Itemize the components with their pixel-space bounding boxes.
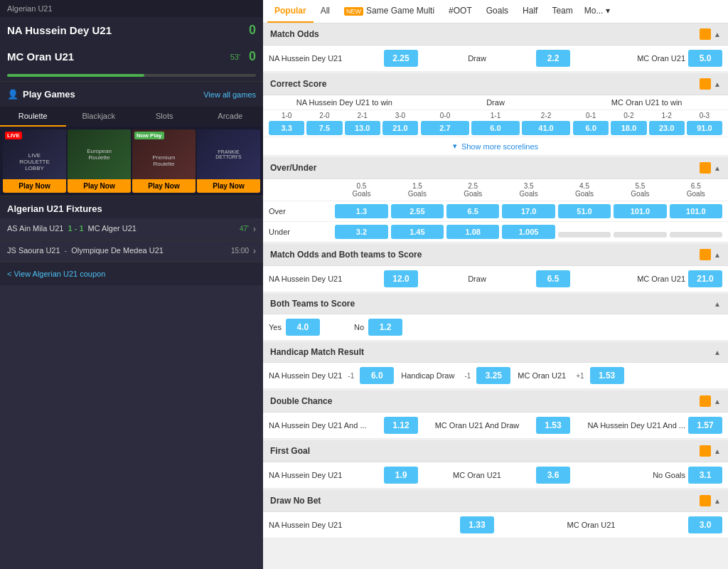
- ou-over-35-btn[interactable]: 17.0: [502, 204, 555, 218]
- premium-roulette-play-btn[interactable]: Play Now: [132, 179, 196, 193]
- tab-same-game-multi[interactable]: NEWSame Game Multi: [337, 0, 441, 23]
- cs-odds-2-1[interactable]: 13.0: [345, 121, 380, 135]
- handicap-team1: NA Hussein Dey U21: [269, 371, 342, 380]
- gold-icon-dnb: [700, 495, 711, 506]
- tab-more[interactable]: Mo... ▾: [580, 0, 614, 23]
- dnb-odds2-btn[interactable]: 3.0: [688, 516, 722, 533]
- dc-odds3-btn[interactable]: 1.57: [688, 417, 722, 434]
- first-goal-section: First Goal ▲ NA Hussein Dey U21 1.9 MC O…: [263, 440, 728, 489]
- dnb-odds1-btn[interactable]: 1.33: [460, 516, 494, 533]
- tab-arcade[interactable]: Arcade: [198, 107, 264, 127]
- collapse-over-under[interactable]: ▲: [714, 164, 721, 172]
- dc-opt2: MC Oran U21 And Draw: [421, 421, 533, 430]
- view-all-games-link[interactable]: View all games: [203, 90, 256, 99]
- game-card-premium-roulette[interactable]: Now Play PremiumRoulette Play Now: [132, 129, 196, 193]
- match-odds-draw-btn[interactable]: 2.2: [536, 50, 570, 67]
- gold-icon-over-under: [700, 162, 711, 174]
- fg-no-goals-btn[interactable]: 3.1: [688, 467, 722, 484]
- tab-team[interactable]: Team: [545, 0, 579, 23]
- frankie-play-btn[interactable]: Play Now: [197, 179, 260, 193]
- fixture-teams-1: AS Ain Mila U21 1 - 1 MC Alger U21 47': [7, 224, 249, 234]
- cs-odds-0-3[interactable]: 91.0: [687, 121, 722, 135]
- ou-header-blank: [269, 182, 332, 198]
- live-roulette-play-btn[interactable]: Play Now: [3, 179, 66, 193]
- collapse-mob[interactable]: ▲: [714, 251, 721, 259]
- cs-col1-label: NA Hussein Dey U21 to win: [269, 98, 420, 107]
- tab-goals[interactable]: Goals: [479, 0, 515, 23]
- handicap-title: Handicap Match Result: [270, 347, 364, 357]
- collapse-match-odds[interactable]: ▲: [714, 31, 721, 38]
- collapse-dc[interactable]: ▲: [714, 398, 721, 405]
- ou-over-65-btn[interactable]: 101.0: [670, 204, 722, 218]
- over-under-title: Over/Under: [270, 163, 316, 173]
- tab-roulette[interactable]: Roulette: [0, 107, 66, 127]
- dc-odds1-btn[interactable]: 1.12: [384, 417, 418, 434]
- ou-under-15-btn[interactable]: 1.45: [391, 225, 444, 239]
- cs-odds-0-1[interactable]: 6.0: [573, 121, 609, 135]
- ou-over-45-btn[interactable]: 51.0: [558, 204, 611, 218]
- collapse-fg[interactable]: ▲: [714, 447, 721, 455]
- correct-score-title: Correct Score: [270, 79, 326, 89]
- mob-odds1-btn[interactable]: 12.0: [384, 270, 418, 287]
- cs-item-3-0: 3-0 21.0: [382, 112, 418, 135]
- cs-odds-2-2[interactable]: 41.0: [522, 121, 570, 135]
- dc-odds2-btn[interactable]: 1.53: [536, 417, 570, 434]
- ou-header-45: 4.5Goals: [558, 182, 611, 198]
- ou-under-25-btn[interactable]: 1.08: [446, 225, 499, 239]
- show-more-scorelines[interactable]: ▾ Show more scorelines: [263, 137, 728, 156]
- game-card-eu-roulette[interactable]: EuropeanRoulette Play Now: [68, 129, 131, 193]
- cs-odds-1-0[interactable]: 3.3: [269, 121, 304, 135]
- cs-item-0-3: 0-3 91.0: [687, 112, 722, 135]
- ou-over-label: Over: [269, 207, 332, 216]
- game-card-live-roulette[interactable]: LIVE LIVEROULETTELOBBY Play Now: [3, 129, 66, 193]
- tab-slots[interactable]: Slots: [132, 107, 198, 127]
- match-odds-btn1[interactable]: 2.25: [384, 50, 418, 67]
- cs-odds-2-0[interactable]: 7.5: [306, 121, 342, 135]
- cs-score-0-0: 0-0: [421, 112, 469, 119]
- fixture-row-1[interactable]: AS Ain Mila U21 1 - 1 MC Alger U21 47' ›: [0, 218, 263, 240]
- cs-odds-0-2[interactable]: 18.0: [611, 121, 646, 135]
- bts-yes-btn[interactable]: 4.0: [286, 319, 320, 336]
- chevron-down-icon: ▾: [453, 142, 457, 151]
- collapse-correct-score[interactable]: ▲: [714, 80, 721, 88]
- mob-draw-btn[interactable]: 6.5: [536, 270, 570, 287]
- ou-over-55-btn[interactable]: 101.0: [614, 204, 666, 218]
- cs-odds-3-0[interactable]: 21.0: [382, 121, 418, 135]
- tab-all[interactable]: All: [314, 0, 337, 23]
- play-games-header: 👤 Play Games View all games: [0, 81, 263, 107]
- both-teams-header: Both Teams to Score ▲: [263, 294, 728, 314]
- ou-over-25-btn[interactable]: 6.5: [446, 204, 499, 218]
- match-odds-btn2[interactable]: 5.0: [688, 50, 722, 67]
- ou-over-05-btn[interactable]: 1.3: [335, 204, 387, 218]
- cs-odds-0-0[interactable]: 2.7: [421, 121, 469, 135]
- bts-no-item: No 1.2: [354, 319, 402, 336]
- double-chance-icons: ▲: [700, 395, 721, 407]
- handicap-odds1-btn[interactable]: 6.0: [360, 367, 394, 384]
- tab-oot[interactable]: #OOT: [441, 0, 479, 23]
- team1-row: NA Hussein Dey U21 0: [0, 17, 263, 43]
- cs-odds-1-2[interactable]: 23.0: [649, 121, 685, 135]
- fg-odds2-btn[interactable]: 3.6: [536, 467, 570, 484]
- collapse-handicap[interactable]: ▲: [714, 349, 721, 356]
- view-coupon-link[interactable]: < View Algerian U21 coupon: [0, 262, 263, 285]
- fixture-teams-2: JS Saoura U21 - Olympique De Medea U21 1…: [7, 246, 249, 256]
- cs-odds-1-1[interactable]: 6.0: [471, 121, 520, 135]
- bts-no-btn[interactable]: 1.2: [368, 319, 402, 336]
- ou-under-05-btn[interactable]: 3.2: [335, 225, 387, 239]
- tab-half[interactable]: Half: [515, 0, 545, 23]
- handicap-draw-btn[interactable]: 3.25: [476, 367, 510, 384]
- ou-over-15-btn[interactable]: 2.55: [391, 204, 444, 218]
- tab-popular[interactable]: Popular: [267, 0, 314, 23]
- mob-odds2-btn[interactable]: 21.0: [688, 270, 722, 287]
- ou-under-35-btn[interactable]: 1.005: [502, 225, 555, 239]
- game-card-frankie[interactable]: FRANKIEDETTORI'S Play Now: [197, 129, 260, 193]
- handicap-odds2-btn[interactable]: 1.53: [590, 367, 624, 384]
- match-odds-bts-icons: ▲: [700, 249, 721, 260]
- collapse-bts[interactable]: ▲: [714, 300, 721, 308]
- both-teams-title: Both Teams to Score: [270, 299, 355, 309]
- tab-blackjack[interactable]: Blackjack: [66, 107, 132, 127]
- fixture-row-2[interactable]: JS Saoura U21 - Olympique De Medea U21 1…: [0, 240, 263, 262]
- eu-roulette-play-btn[interactable]: Play Now: [68, 179, 131, 193]
- collapse-dnb[interactable]: ▲: [714, 497, 721, 505]
- fg-odds1-btn[interactable]: 1.9: [384, 467, 418, 484]
